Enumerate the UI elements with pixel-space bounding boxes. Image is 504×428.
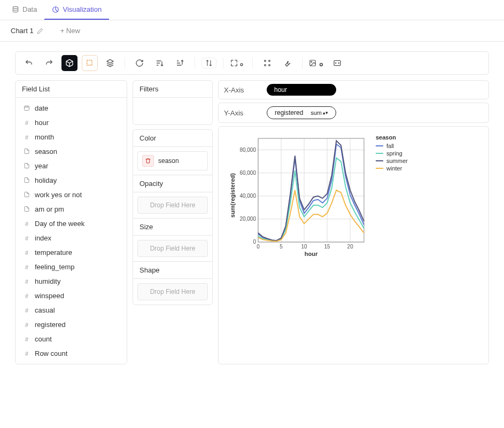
field-item[interactable]: am or pm <box>15 202 127 216</box>
svg-text:15: 15 <box>324 244 331 250</box>
field-label: Day of the week <box>35 220 84 228</box>
x-axis-label: X-Axis <box>224 86 256 94</box>
field-label: temperature <box>35 248 72 256</box>
undo-button[interactable] <box>21 55 37 71</box>
chart-canvas: sum(registered) 020,00040,00060,00080,00… <box>218 126 489 364</box>
tab-data[interactable]: Data <box>4 0 44 20</box>
refresh-button[interactable] <box>131 55 148 71</box>
legend-label: spring <box>386 150 402 157</box>
y-axis-agg-selector[interactable]: sum ▴▾ <box>311 110 328 116</box>
field-label: registered <box>35 321 66 329</box>
select-button[interactable] <box>82 55 98 71</box>
y-axis-pill[interactable]: registered sum ▴▾ <box>267 106 336 119</box>
field-item[interactable]: #index <box>15 231 127 245</box>
field-list-header: Field List <box>15 81 127 98</box>
field-type-icon: # <box>23 293 30 299</box>
color-field-label: season <box>158 157 179 165</box>
size-dropzone[interactable]: Drop Field Here <box>137 240 208 257</box>
tab-visualization[interactable]: Visualization <box>44 0 109 20</box>
chart-tab-label: Chart 1 <box>11 27 34 35</box>
image-settings-button[interactable] <box>309 55 325 71</box>
svg-rect-2 <box>87 60 92 65</box>
field-item[interactable]: year <box>15 159 127 173</box>
field-list-panel: Field List date#hour#monthseasonyearholi… <box>15 80 127 364</box>
svg-point-9 <box>311 61 312 63</box>
field-type-icon <box>23 162 30 170</box>
svg-point-3 <box>241 64 243 66</box>
field-type-icon: # <box>23 264 30 270</box>
svg-rect-33 <box>258 138 364 242</box>
field-item[interactable]: #Day of the week <box>15 216 127 231</box>
filters-dropzone[interactable] <box>133 98 212 124</box>
gear-tiny-icon <box>317 60 325 69</box>
legend-item[interactable]: fall <box>376 143 408 149</box>
encodings-panel: Filters Color season Opacity Drop Field … <box>133 80 213 364</box>
wrench-icon <box>283 59 292 67</box>
field-item[interactable]: #winspeed <box>15 289 127 303</box>
field-item[interactable]: #count <box>15 332 127 346</box>
x-axis-row: X-Axis hour <box>218 80 489 99</box>
grid-settings-button[interactable] <box>259 55 275 71</box>
legend-item[interactable]: summer <box>376 158 408 164</box>
field-item[interactable]: #Row count <box>15 346 127 361</box>
field-item[interactable]: date <box>15 101 127 115</box>
x-axis-field: hour <box>274 86 287 94</box>
svg-point-10 <box>320 64 323 66</box>
opacity-dropzone[interactable]: Drop Field Here <box>137 197 208 214</box>
field-item[interactable]: holiday <box>15 173 127 188</box>
field-type-icon <box>23 206 30 213</box>
color-field-chip[interactable]: season <box>137 151 208 170</box>
field-item[interactable]: season <box>15 144 127 159</box>
remove-color-field-button[interactable] <box>142 155 154 167</box>
redo-icon <box>45 59 53 67</box>
field-item[interactable]: #hour <box>15 115 127 130</box>
layers-icon <box>106 59 114 67</box>
svg-point-5 <box>269 60 270 62</box>
redo-button[interactable] <box>41 55 57 71</box>
image-icon <box>309 59 316 67</box>
field-label: date <box>35 104 48 112</box>
wrench-button[interactable] <box>280 55 296 71</box>
tab-new-chart[interactable]: + New <box>52 20 89 41</box>
field-item[interactable]: #temperature <box>15 245 127 260</box>
svg-text:5: 5 <box>280 244 283 250</box>
field-type-icon: # <box>23 336 30 343</box>
code-button[interactable] <box>329 55 345 71</box>
legend-item[interactable]: spring <box>376 150 408 157</box>
expand-button[interactable] <box>230 55 246 71</box>
field-label: hour <box>35 119 49 127</box>
y-axis-label: Y-Axis <box>224 109 256 117</box>
field-type-icon: # <box>23 307 30 314</box>
legend-swatch <box>376 153 383 154</box>
opacity-header: Opacity <box>133 175 212 192</box>
sort-desc-button[interactable] <box>172 55 188 71</box>
shape-dropzone[interactable]: Drop Field Here <box>137 283 208 300</box>
field-label: feeling_temp <box>35 263 74 271</box>
field-item[interactable]: #feeling_temp <box>15 260 127 274</box>
field-label: holiday <box>35 176 57 184</box>
svg-text:0: 0 <box>253 239 256 245</box>
sort-asc-button[interactable] <box>152 55 168 71</box>
refresh-icon <box>135 59 144 67</box>
chart-ylabel: sum(registered) <box>229 173 236 217</box>
field-label: casual <box>35 306 55 314</box>
field-item[interactable]: #month <box>15 130 127 144</box>
x-axis-pill[interactable]: hour <box>267 84 336 96</box>
field-type-icon: # <box>23 221 30 227</box>
size-header: Size <box>133 218 212 236</box>
field-label: count <box>35 335 52 343</box>
field-item[interactable]: #registered <box>15 317 127 332</box>
svg-text:0: 0 <box>257 244 260 250</box>
field-item[interactable]: #casual <box>15 303 127 317</box>
axis-swap-button[interactable] <box>201 58 216 68</box>
legend-item[interactable]: winter <box>376 165 408 172</box>
legend-label: winter <box>386 165 402 172</box>
field-item[interactable]: work yes or not <box>15 188 127 202</box>
cube-button[interactable] <box>61 55 77 71</box>
field-item[interactable]: #humidity <box>15 274 127 289</box>
svg-point-4 <box>265 60 266 62</box>
tab-chart-1[interactable]: Chart 1 <box>2 20 52 41</box>
y-axis-field: registered <box>275 109 303 116</box>
layers-button[interactable] <box>102 55 118 71</box>
code-icon <box>333 59 342 67</box>
